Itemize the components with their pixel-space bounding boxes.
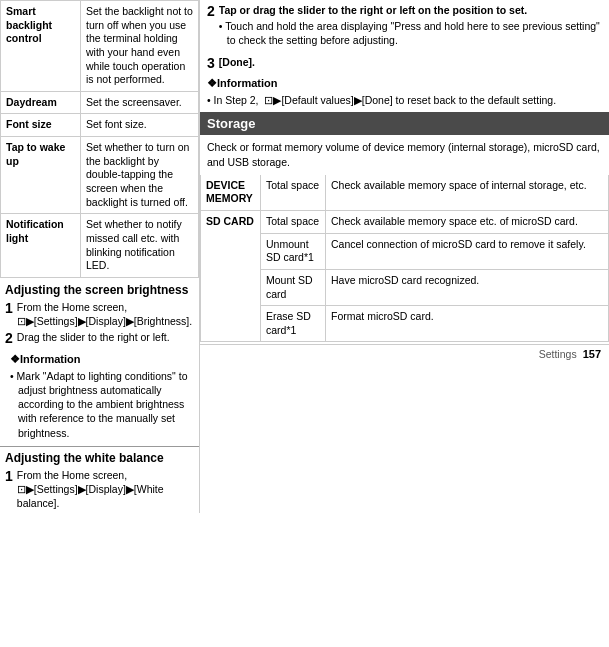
right-step2-list: Touch and hold the area displaying "Pres… [219, 19, 602, 47]
storage-row: Unmount SD card*1 Cancel connection of m… [201, 233, 609, 269]
right-info: ❖Information In Step 2, ⊡▶[Default value… [200, 74, 609, 112]
brightness-info-bullet: Mark "Adapt to lighting conditions" to a… [10, 369, 189, 440]
step2-text: Drag the slider to the right or left. [17, 330, 170, 344]
right-info-list: In Step 2, ⊡▶[Default values]▶[Done] to … [207, 93, 602, 107]
right-step2-content: Tap or drag the slider to the right or l… [219, 3, 602, 48]
storage-action: Erase SD card*1 [261, 306, 326, 342]
left-column: Smart backlight control Set the backligh… [0, 0, 200, 513]
settings-row-label: Daydream [1, 91, 81, 114]
step1-text: From the Home screen, ⊡▶[Settings]▶[Disp… [17, 300, 194, 328]
screen-brightness-step2: 2 Drag the slider to the right or left. [5, 330, 194, 347]
storage-device: SD CARD [201, 210, 261, 341]
settings-row-desc: Set font size. [81, 114, 199, 137]
page-container: Smart backlight control Set the backligh… [0, 0, 609, 513]
settings-row-label: Notification light [1, 214, 81, 278]
white-balance-heading: Adjusting the white balance [5, 451, 194, 465]
settings-row-desc: Set the screensaver. [81, 91, 199, 114]
storage-device: DEVICE MEMORY [201, 175, 261, 211]
settings-row-desc: Set the backlight not to turn off when y… [81, 1, 199, 92]
screen-brightness-step1: 1 From the Home screen, ⊡▶[Settings]▶[Di… [5, 300, 194, 328]
storage-description: Check or format memory volume of device … [200, 135, 609, 174]
right-info-bullet: In Step 2, ⊡▶[Default values]▶[Done] to … [207, 93, 602, 107]
storage-row: SD CARD Total space Check available memo… [201, 210, 609, 233]
right-step2: 2 Tap or drag the slider to the right or… [200, 0, 609, 52]
right-step3: 3 [Done]. [200, 52, 609, 75]
right-step3-content: [Done]. [219, 55, 255, 69]
white-balance-section: Adjusting the white balance 1 From the H… [0, 446, 199, 514]
storage-action: Total space [261, 210, 326, 233]
settings-row: Font size Set font size. [1, 114, 199, 137]
settings-table: Smart backlight control Set the backligh… [0, 0, 199, 278]
right-step3-text: [Done]. [219, 56, 255, 68]
right-step3-number: 3 [207, 55, 215, 72]
right-step2-heading: Tap or drag the slider to the right or l… [219, 4, 527, 16]
footer: Settings 157 [200, 344, 609, 363]
screen-brightness-section: Adjusting the screen brightness 1 From t… [0, 278, 199, 446]
footer-page: 157 [583, 348, 601, 360]
settings-row-desc: Set whether to turn on the backlight by … [81, 137, 199, 214]
storage-heading: Storage [200, 112, 609, 135]
storage-row: DEVICE MEMORY Total space Check availabl… [201, 175, 609, 211]
storage-row: Erase SD card*1 Format microSD card. [201, 306, 609, 342]
storage-action: Unmount SD card*1 [261, 233, 326, 269]
brightness-info: ❖Information Mark "Adapt to lighting con… [5, 349, 194, 443]
storage-desc: Check available memory space etc. of mic… [326, 210, 609, 233]
storage-table: DEVICE MEMORY Total space Check availabl… [200, 175, 609, 343]
settings-row: Smart backlight control Set the backligh… [1, 1, 199, 92]
settings-row: Notification light Set whether to notify… [1, 214, 199, 278]
white-balance-step1-num: 1 [5, 468, 13, 485]
right-info-header: ❖Information [207, 76, 602, 91]
right-step2-bullet: Touch and hold the area displaying "Pres… [219, 19, 602, 47]
right-step2-number: 2 [207, 3, 215, 20]
footer-label: Settings [539, 348, 577, 360]
settings-row-desc: Set whether to notify missed call etc. w… [81, 214, 199, 278]
step2-number: 2 [5, 330, 13, 347]
right-column: 2 Tap or drag the slider to the right or… [200, 0, 609, 513]
storage-desc: Cancel connection of microSD card to rem… [326, 233, 609, 269]
storage-action: Mount SD card [261, 269, 326, 305]
storage-row: Mount SD card Have microSD card recogniz… [201, 269, 609, 305]
storage-desc: Format microSD card. [326, 306, 609, 342]
settings-row-label: Tap to wake up [1, 137, 81, 214]
step1-number: 1 [5, 300, 13, 317]
settings-row-label: Font size [1, 114, 81, 137]
settings-row-label: Smart backlight control [1, 1, 81, 92]
storage-action: Total space [261, 175, 326, 211]
white-balance-step1-text: From the Home screen, ⊡▶[Settings]▶[Disp… [17, 468, 194, 511]
screen-brightness-heading: Adjusting the screen brightness [5, 283, 194, 297]
settings-row: Tap to wake up Set whether to turn on th… [1, 137, 199, 214]
brightness-info-list: Mark "Adapt to lighting conditions" to a… [10, 369, 189, 440]
brightness-info-header: ❖Information [10, 352, 189, 367]
settings-row: Daydream Set the screensaver. [1, 91, 199, 114]
storage-desc: Have microSD card recognized. [326, 269, 609, 305]
white-balance-step1: 1 From the Home screen, ⊡▶[Settings]▶[Di… [5, 468, 194, 511]
storage-desc: Check available memory space of internal… [326, 175, 609, 211]
